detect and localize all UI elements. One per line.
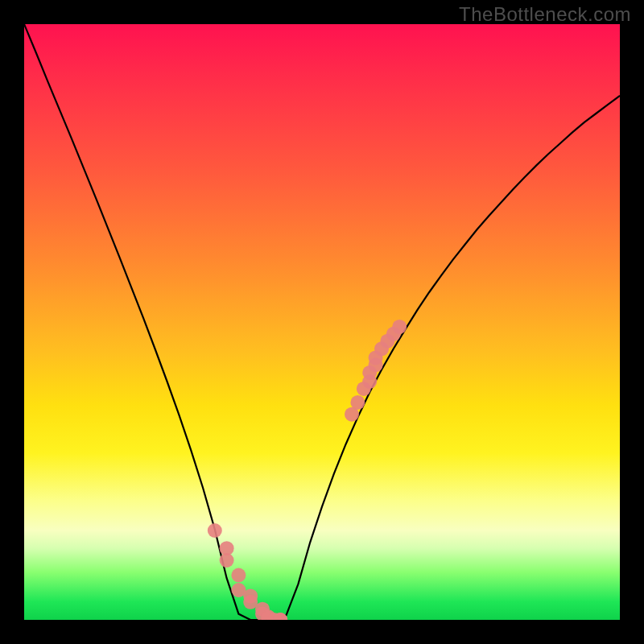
plot-area — [24, 24, 620, 620]
data-marker — [231, 568, 246, 583]
watermark-text: TheBottleneck.com — [459, 3, 631, 26]
marker-group — [208, 320, 407, 620]
chart-frame: TheBottleneck.com — [0, 0, 644, 644]
bottleneck-curve — [24, 24, 620, 620]
chart-svg — [24, 24, 620, 620]
data-marker — [392, 320, 407, 334]
data-marker — [350, 395, 365, 410]
data-marker — [220, 553, 234, 568]
data-marker — [208, 523, 222, 538]
